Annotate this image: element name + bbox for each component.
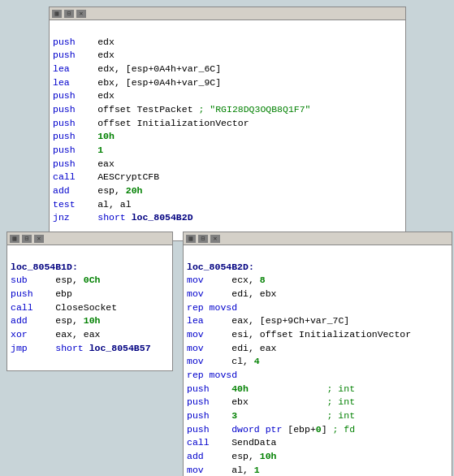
right-block: ▦ ⊟ ✕ loc_8054B2D: mov ecx, 8 mov edi, e… [183,232,452,476]
right-block-content: loc_8054B2D: mov ecx, 8 mov edi, ebx rep… [184,245,452,476]
pin-icon-right: ⊟ [198,235,208,243]
pin-icon-left: ⊟ [22,235,32,243]
pin-icon: ⊟ [64,10,74,18]
graph-container: ▦ ⊟ ✕ push edx push edx lea edx, [esp+0A… [0,0,454,476]
left-block-content: loc_8054B1D: sub esp, 0Ch push ebp call … [7,245,172,370]
left-block: ▦ ⊟ ✕ loc_8054B1D: sub esp, 0Ch push ebp… [6,232,173,371]
top-block-content: push edx push edx lea edx, [esp+0A4h+var… [50,20,405,240]
chart-icon: ▦ [52,10,62,18]
right-block-titlebar: ▦ ⊟ ✕ [184,232,452,245]
left-block-titlebar: ▦ ⊟ ✕ [7,232,172,245]
close-icon-right: ✕ [210,235,220,243]
chart-icon-left: ▦ [10,235,19,243]
chart-icon-right: ▦ [186,235,196,243]
close-icon: ✕ [76,10,86,18]
top-block: ▦ ⊟ ✕ push edx push edx lea edx, [esp+0A… [49,6,406,241]
top-block-titlebar: ▦ ⊟ ✕ [50,7,405,20]
close-icon-left: ✕ [34,235,44,243]
